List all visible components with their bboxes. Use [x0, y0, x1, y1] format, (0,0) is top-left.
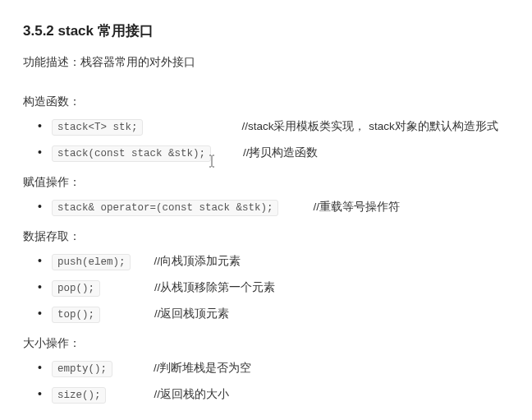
code-snippet: push(elem);: [52, 254, 131, 270]
access-label: 数据存取：: [23, 229, 509, 244]
list-item: size(); //返回栈的大小: [38, 387, 509, 404]
list-item: top(); //返回栈顶元素: [38, 307, 509, 323]
code-comment: //拷贝构造函数: [243, 145, 319, 160]
size-list: empty(); //判断堆栈是否为空 size(); //返回栈的大小: [23, 361, 509, 404]
assign-list: stack& operator=(const stack &stk); //重载…: [23, 200, 509, 216]
code-comment: //从栈顶移除第一个元素: [154, 280, 276, 295]
code-comment: //返回栈顶元素: [154, 307, 230, 321]
code-comment: //返回栈的大小: [154, 387, 229, 402]
code-snippet: empty();: [52, 361, 112, 377]
assign-label: 赋值操作：: [23, 175, 509, 190]
list-item: stack(const stack &stk); //拷贝构造函数: [38, 145, 509, 162]
list-item: pop(); //从栈顶移除第一个元素: [38, 280, 509, 297]
code-comment: //stack采用模板类实现， stack对象的默认构造形式: [241, 119, 498, 134]
list-item: push(elem); //向栈顶添加元素: [38, 254, 509, 270]
code-snippet: stack(const stack &stk);: [52, 145, 211, 162]
section-heading: 3.5.2 stack 常用接口: [23, 21, 509, 40]
ctor-list: stack<T> stk; //stack采用模板类实现， stack对象的默认…: [23, 119, 509, 162]
code-snippet: pop();: [52, 280, 100, 297]
code-snippet: stack<T> stk;: [52, 119, 144, 136]
section-description: 功能描述：栈容器常用的对外接口: [23, 55, 509, 70]
list-item: stack& operator=(const stack &stk); //重载…: [38, 200, 509, 216]
code-comment: //判断堆栈是否为空: [154, 361, 252, 376]
list-item: empty(); //判断堆栈是否为空: [38, 361, 509, 377]
code-snippet: stack& operator=(const stack &stk);: [52, 200, 279, 216]
size-label: 大小操作：: [23, 336, 509, 351]
ctor-label: 构造函数：: [23, 95, 509, 109]
code-snippet: top();: [52, 307, 100, 323]
code-comment: //重载等号操作符: [313, 200, 400, 215]
list-item: stack<T> stk; //stack采用模板类实现， stack对象的默认…: [38, 119, 509, 136]
code-snippet: size();: [52, 387, 107, 404]
access-list: push(elem); //向栈顶添加元素 pop(); //从栈顶移除第一个元…: [23, 254, 509, 323]
code-comment: //向栈顶添加元素: [154, 254, 241, 269]
